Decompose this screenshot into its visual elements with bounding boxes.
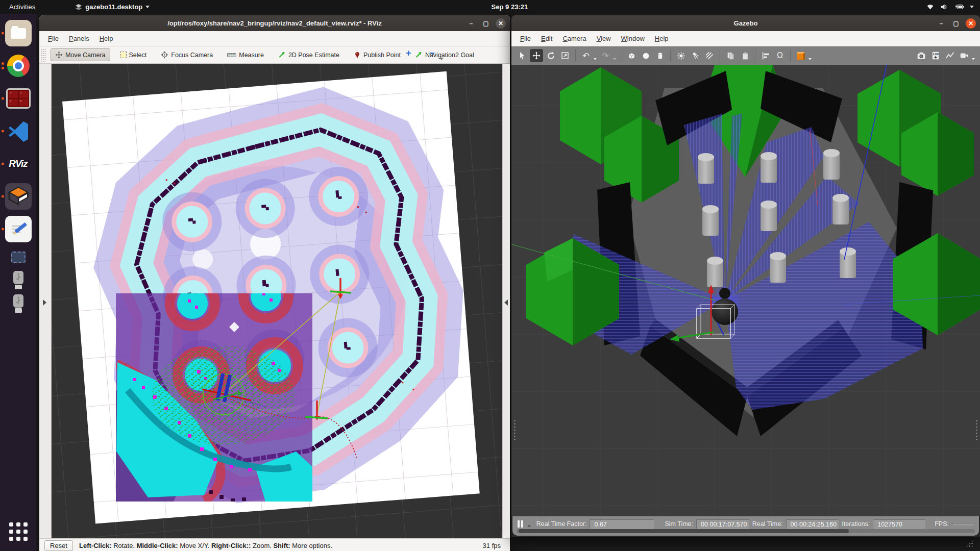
expand-panel-icon[interactable]	[504, 299, 508, 306]
maximize-button[interactable]: ▢	[481, 18, 491, 29]
menu-camera[interactable]: Camera	[558, 33, 591, 44]
horizontal-scrollbar[interactable]	[517, 529, 975, 533]
step-button[interactable]	[528, 525, 530, 527]
select-tool[interactable]: Select	[116, 49, 151, 61]
minimize-button[interactable]: –	[936, 18, 946, 29]
rviz-window: /opt/ros/foxy/share/nav2_bringup/rviz/na…	[39, 15, 510, 551]
copy-icon[interactable]	[724, 49, 737, 62]
clock[interactable]: Sep 9 23:21	[492, 3, 528, 11]
dock-item-rviz[interactable]: RViz	[0, 147, 36, 180]
running-dot	[2, 97, 4, 100]
battery-icon[interactable]	[953, 3, 965, 11]
redo-dropdown-icon[interactable]	[613, 58, 616, 60]
undo-dropdown-icon[interactable]	[594, 58, 597, 60]
scrollbar-thumb[interactable]	[519, 529, 849, 533]
running-dot	[2, 163, 4, 165]
dock-item-terminal-red[interactable]	[0, 82, 36, 115]
menu-window[interactable]: Window	[617, 33, 649, 44]
fps-counter: 31 fps	[483, 542, 505, 549]
right-splitter-handle[interactable]	[975, 419, 978, 440]
activities-button[interactable]: Activities	[0, 0, 44, 14]
close-button[interactable]: ✕	[966, 18, 976, 29]
maximize-button[interactable]: ▢	[951, 18, 961, 29]
dock-item-text-editor[interactable]	[0, 213, 36, 245]
minimize-button[interactable]: –	[466, 18, 476, 29]
view-angle-dropdown-icon[interactable]	[808, 58, 812, 60]
toolbar-overflow-icon[interactable]	[439, 58, 444, 60]
app-indicator-label: gazebo11.desktop	[85, 3, 142, 11]
measure-tool[interactable]: Measure	[223, 49, 268, 61]
menu-help[interactable]: Help	[95, 33, 118, 44]
menu-view[interactable]: View	[592, 33, 616, 44]
select-arrow-icon[interactable]	[516, 49, 529, 62]
sphere-icon[interactable]	[639, 49, 652, 62]
box-icon[interactable]	[625, 49, 638, 62]
menu-file[interactable]: File	[516, 33, 535, 44]
record-dropdown-icon[interactable]	[972, 58, 975, 60]
focus-camera-tool[interactable]: Focus Camera	[157, 49, 217, 61]
dock-item-chrome[interactable]	[0, 49, 36, 82]
scale-icon[interactable]	[558, 49, 572, 62]
pause-button[interactable]	[518, 520, 523, 528]
dock-item-usb-drive-2[interactable]	[0, 292, 36, 316]
app-indicator[interactable]: gazebo11.desktop	[75, 3, 150, 11]
reset-button[interactable]: Reset	[44, 540, 73, 551]
view-angle-icon[interactable]	[794, 49, 807, 62]
navigation2-goal-tool[interactable]: Navigation2 Goal	[411, 49, 478, 61]
caret-down-icon[interactable]	[970, 6, 974, 8]
iterations-label: Iterations:	[842, 520, 870, 528]
screenshot-icon[interactable]	[915, 49, 928, 62]
gazebo-toolbar: ↶ ↷	[511, 46, 980, 65]
rotate-icon[interactable]	[544, 49, 557, 62]
collapsed-views-panel[interactable]	[502, 64, 510, 538]
directional-light-icon[interactable]	[703, 49, 716, 62]
paste-icon[interactable]	[738, 49, 751, 62]
dock-item-show-applications[interactable]	[0, 515, 36, 548]
redo-icon[interactable]: ↷	[599, 49, 612, 62]
log-icon[interactable]: LOG	[929, 49, 942, 62]
remove-tool-button[interactable]: −	[429, 48, 435, 59]
dock-item-gazebo[interactable]	[0, 180, 36, 213]
left-splitter-handle[interactable]	[513, 419, 516, 440]
menu-edit[interactable]: Edit	[536, 33, 557, 44]
move-icon[interactable]	[530, 49, 543, 62]
gazebo-titlebar[interactable]: Gazebo – ▢ ✕	[511, 15, 980, 31]
expand-panel-icon[interactable]	[43, 299, 46, 306]
menu-help[interactable]: Help	[650, 33, 673, 44]
resize-grip-icon[interactable]	[966, 540, 973, 547]
window-placeholder-icon	[11, 252, 26, 263]
menu-file[interactable]: File	[43, 33, 63, 44]
toolbar-drag-handle[interactable]	[41, 48, 46, 62]
move-camera-tool[interactable]: Move Camera	[51, 48, 110, 61]
gazebo-3d-viewport[interactable]	[511, 65, 980, 516]
pose-estimate-tool[interactable]: 2D Pose Estimate	[274, 49, 344, 61]
point-light-icon[interactable]	[674, 49, 688, 62]
collapsed-displays-panel[interactable]	[39, 64, 52, 538]
rviz-3d-viewport[interactable]	[39, 64, 510, 538]
running-dot	[2, 32, 4, 35]
desktop: Activities gazebo11.desktop Sep 9 23:21	[0, 0, 980, 551]
spot-light-icon[interactable]	[689, 49, 702, 62]
plot-icon[interactable]	[943, 49, 957, 62]
undo-icon[interactable]: ↶	[579, 49, 593, 62]
running-dot	[2, 130, 4, 133]
rviz-titlebar[interactable]: /opt/ros/foxy/share/nav2_bringup/rviz/na…	[39, 15, 510, 31]
rtf-label: Real Time Factor:	[536, 520, 587, 528]
snap-icon[interactable]: Ω	[773, 49, 787, 62]
text-editor-icon	[5, 216, 32, 242]
real-time-value: 00 00:24:25.160	[786, 519, 839, 529]
menu-panels[interactable]: Panels	[64, 33, 94, 44]
record-video-icon[interactable]	[958, 49, 971, 62]
align-icon[interactable]	[759, 49, 772, 62]
dock-item-vscode[interactable]	[0, 115, 36, 147]
dock-item-window-placeholder[interactable]	[0, 245, 36, 269]
cylinder-icon[interactable]	[653, 49, 667, 62]
volume-icon[interactable]	[940, 3, 948, 11]
close-button[interactable]: ✕	[496, 18, 506, 29]
publish-point-tool[interactable]: Publish Point	[350, 49, 405, 61]
dock-item-usb-drive-1[interactable]	[0, 269, 36, 292]
add-tool-button[interactable]: +	[406, 48, 411, 59]
dock-item-files[interactable]	[0, 17, 36, 49]
status-help-text: Left-Click: Rotate. Middle-Click: Move X…	[79, 542, 332, 549]
wifi-icon[interactable]	[926, 3, 935, 11]
